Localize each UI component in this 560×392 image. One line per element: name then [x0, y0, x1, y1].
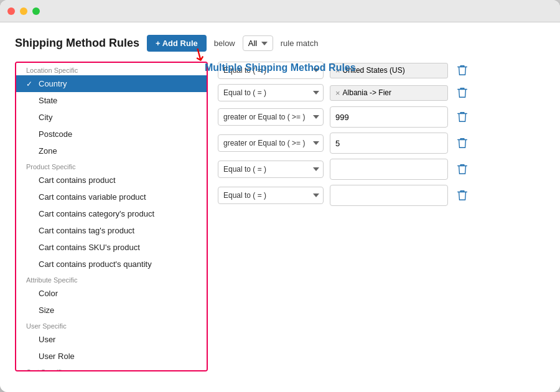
item-label: State	[39, 96, 57, 105]
rule-row-2: Equal to ( = ) × Albania -> Fier	[218, 84, 545, 101]
rule-4-delete-button[interactable]	[454, 134, 470, 152]
rule-row-3: greater or Equal to ( >= )	[218, 106, 545, 128]
match-select[interactable]: All	[243, 35, 273, 51]
item-label: Cart contains tag's product	[39, 226, 134, 235]
add-rule-button[interactable]: + Add Rule	[147, 35, 207, 52]
rule-6-value-input[interactable]	[330, 185, 448, 206]
dropdown-item-postcode[interactable]: Postcode	[16, 126, 207, 142]
app-window: Shipping Method Rules + Add Rule below A…	[0, 0, 560, 392]
group-label-product: Product Specific	[16, 159, 207, 172]
dropdown-item-cart-sku[interactable]: Cart contains SKU's product	[16, 239, 207, 256]
rule-2-condition-select[interactable]: Equal to ( = )	[218, 84, 324, 101]
item-label: Country	[39, 79, 67, 88]
trash-icon	[457, 64, 468, 77]
dropdown-item-user-role[interactable]: User Role	[16, 348, 207, 365]
rule-5-condition-select[interactable]: Equal to ( = )	[218, 161, 324, 178]
group-label-location: Location Specific	[16, 63, 207, 75]
rules-area: Equal to ( = ) × United States (US)	[208, 62, 545, 371]
close-button[interactable]	[7, 7, 15, 15]
dropdown-item-color[interactable]: Color	[16, 285, 207, 302]
group-label-attribute: Attribute Specific	[16, 273, 207, 285]
rule-row-1: Equal to ( = ) × United States (US)	[218, 62, 545, 79]
item-label: Cart contains product's quantity	[39, 259, 152, 269]
dropdown-item-cart-category[interactable]: Cart contains category's product	[16, 205, 207, 222]
item-label: Cart contains variable product	[39, 192, 146, 202]
item-label: Postcode	[39, 129, 72, 139]
trash-icon	[457, 163, 468, 175]
trash-icon	[457, 189, 468, 202]
main-area: Location Specific ✓ Country State City P…	[15, 62, 545, 371]
item-label: User Role	[39, 352, 75, 361]
dropdown-item-country[interactable]: ✓ Country	[16, 75, 207, 92]
dropdown-item-cart-quantity[interactable]: Cart contains product's quantity	[16, 256, 207, 273]
rule-3-value-input[interactable]	[330, 106, 448, 128]
rule-2-delete-button[interactable]	[454, 84, 470, 101]
item-label: Zone	[39, 146, 57, 156]
header-row: Shipping Method Rules + Add Rule below A…	[15, 35, 545, 52]
tag-remove-icon[interactable]: ×	[335, 88, 340, 98]
rule-row-5: Equal to ( = )	[218, 159, 545, 180]
rule-1-condition-select[interactable]: Equal to ( = )	[218, 62, 324, 79]
group-label-user: User Specific	[16, 319, 207, 331]
item-label: User	[39, 335, 55, 344]
page-title: Shipping Method Rules	[15, 37, 139, 50]
item-label: Cart contains category's product	[39, 209, 154, 218]
rule-1-value-tag: × United States (US)	[330, 63, 448, 78]
below-label: below	[214, 39, 235, 48]
dropdown-item-user[interactable]: User	[16, 331, 207, 348]
trash-icon	[457, 137, 468, 149]
rule-match-label: rule match	[281, 39, 319, 48]
rule-2-value-tag: × Albania -> Fier	[330, 85, 448, 101]
dropdown-panel[interactable]: Location Specific ✓ Country State City P…	[15, 62, 208, 371]
item-label: Cart contains product	[39, 175, 116, 185]
tag-value: Albania -> Fier	[343, 88, 391, 97]
rule-row-6: Equal to ( = )	[218, 185, 545, 206]
title-bar	[0, 0, 560, 22]
item-label: Cart contains SKU's product	[39, 243, 140, 252]
dropdown-item-state[interactable]: State	[16, 92, 207, 109]
item-label: Color	[39, 289, 58, 298]
rule-3-delete-button[interactable]	[454, 108, 470, 126]
minimize-button[interactable]	[20, 7, 27, 15]
rule-4-condition-select[interactable]: greater or Equal to ( >= )	[218, 134, 324, 152]
trash-icon	[457, 86, 468, 99]
dropdown-item-cart-product[interactable]: Cart contains product	[16, 172, 207, 189]
dropdown-item-size[interactable]: Size	[16, 302, 207, 319]
trash-icon	[457, 111, 468, 123]
item-label: City	[39, 113, 52, 122]
rule-6-delete-button[interactable]	[454, 187, 470, 204]
item-label: Size	[39, 306, 54, 315]
rule-3-condition-select[interactable]: greater or Equal to ( >= )	[218, 108, 324, 126]
maximize-button[interactable]	[32, 7, 40, 15]
rule-5-value-input[interactable]	[330, 159, 448, 180]
rule-row-4: greater or Equal to ( >= )	[218, 133, 545, 154]
rule-6-condition-select[interactable]: Equal to ( = )	[218, 187, 324, 204]
rule-5-delete-button[interactable]	[454, 161, 470, 178]
tag-remove-icon[interactable]: ×	[335, 66, 340, 75]
group-label-cart: Cart Specific	[16, 365, 207, 371]
rule-4-value-input[interactable]	[330, 133, 448, 154]
rule-1-delete-button[interactable]	[454, 62, 470, 79]
dropdown-item-cart-variable[interactable]: Cart contains variable product	[16, 189, 207, 205]
dropdown-item-city[interactable]: City	[16, 109, 207, 126]
checkmark-icon: ✓	[26, 80, 35, 88]
content-area: Shipping Method Rules + Add Rule below A…	[0, 22, 560, 392]
tag-value: United States (US)	[343, 66, 405, 75]
dropdown-item-zone[interactable]: Zone	[16, 142, 207, 159]
dropdown-item-cart-tag[interactable]: Cart contains tag's product	[16, 222, 207, 239]
